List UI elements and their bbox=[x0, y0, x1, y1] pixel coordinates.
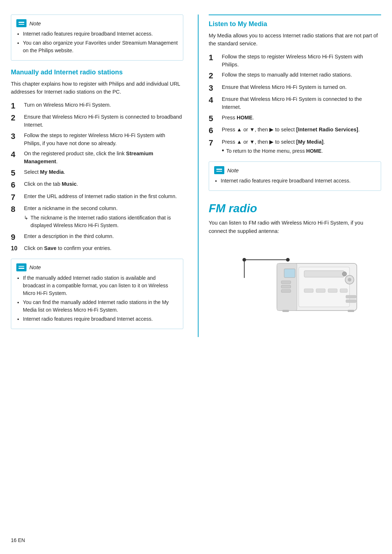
listen-step-content-2: Follow the steps to manually add Interne… bbox=[222, 71, 381, 79]
bottom-note-header: Note bbox=[16, 263, 178, 271]
svg-rect-9 bbox=[281, 290, 291, 292]
step-content-9: Enter a description in the third column. bbox=[24, 233, 183, 241]
list-item: If the manually added Internet radio sta… bbox=[23, 274, 178, 297]
step-content-7: Enter the URL address of Internet radio … bbox=[24, 193, 183, 201]
device-illustration bbox=[226, 242, 364, 318]
fm-title: FM radio bbox=[209, 202, 381, 215]
left-column: Note Internet radio features require bro… bbox=[11, 15, 187, 337]
right-note-box: Note Internet radio features require bro… bbox=[209, 161, 381, 191]
step-content-10: Click on Save to confirm your entries. bbox=[24, 245, 183, 253]
right-divider bbox=[209, 15, 381, 15]
svg-rect-16 bbox=[340, 289, 347, 292]
svg-point-18 bbox=[348, 278, 351, 282]
page-footer: 16 EN bbox=[11, 537, 25, 543]
listen-section: Listen to My Media My Media allows you t… bbox=[209, 15, 381, 191]
step-9: 9 Enter a description in the third colum… bbox=[11, 233, 183, 242]
device-illustration-wrapper bbox=[209, 242, 381, 318]
step-num-9: 9 bbox=[11, 233, 22, 242]
step-num-5: 5 bbox=[11, 168, 22, 178]
step-1: 1 Turn on Wireless Micro Hi-Fi System. bbox=[11, 101, 183, 111]
listen-step-4: 4 Ensure that Wireless Micro Hi-Fi Syste… bbox=[209, 95, 381, 111]
bottom-note-box: Note If the manually added Internet radi… bbox=[11, 259, 183, 329]
step-content-8: Enter a nickname in the second column. ↳… bbox=[24, 205, 183, 230]
step-4: 4 On the registered product site, click … bbox=[11, 150, 183, 166]
note-header: Note bbox=[16, 19, 178, 27]
listen-step-num-1: 1 bbox=[209, 53, 220, 62]
step-num-8: 8 bbox=[11, 205, 22, 214]
svg-point-12 bbox=[342, 272, 347, 276]
arrow-bullet: ↳ bbox=[24, 214, 28, 222]
svg-rect-21 bbox=[282, 310, 289, 312]
svg-rect-11 bbox=[304, 271, 344, 277]
listen-step-6: 6 Press ▲ or ▼, then ▶ to select [Intern… bbox=[209, 126, 381, 135]
top-note-box: Note Internet radio features require bro… bbox=[11, 15, 183, 61]
listen-step-num-4: 4 bbox=[209, 95, 220, 105]
svg-rect-8 bbox=[281, 285, 291, 288]
note-title: Note bbox=[29, 20, 41, 26]
right-note-header: Note bbox=[214, 166, 376, 174]
svg-rect-15 bbox=[328, 289, 337, 292]
listen-step-content-6: Press ▲ or ▼, then ▶ to select [Internet… bbox=[222, 126, 381, 134]
step-num-10: 10 bbox=[11, 245, 22, 253]
page-container: Note Internet radio features require bro… bbox=[0, 0, 392, 352]
listen-steps: 1 Follow the steps to register Wireless … bbox=[209, 53, 381, 156]
list-item: Internet radio features require broadban… bbox=[23, 315, 178, 323]
listen-title: Listen to My Media bbox=[209, 20, 381, 28]
listen-step-content-3: Ensure that Wireless Micro Hi-Fi System … bbox=[222, 83, 381, 91]
listen-step-content-7: Press ▲ or ▼, then ▶ to select [My Media… bbox=[222, 138, 381, 156]
step-content-4: On the registered product site, click th… bbox=[24, 150, 183, 166]
listen-step-7-sub-text: To return to the Home menu, press HOME. bbox=[226, 147, 323, 155]
step-10: 10 Click on Save to confirm your entries… bbox=[11, 245, 183, 253]
fm-intro: You can listen to FM radio with Wireless… bbox=[209, 219, 381, 235]
listen-step-content-4: Ensure that Wireless Micro Hi-Fi System … bbox=[222, 95, 381, 111]
svg-rect-22 bbox=[348, 310, 354, 312]
step-content-6: Click on the tab Music. bbox=[24, 180, 183, 188]
step-8-sub-text: The nickname is the Internet radio stati… bbox=[30, 214, 183, 229]
right-note-icon bbox=[214, 166, 224, 174]
right-note-list: Internet radio features require broadban… bbox=[214, 177, 376, 185]
step-content-1: Turn on Wireless Micro Hi-Fi System. bbox=[24, 101, 183, 109]
listen-step-1: 1 Follow the steps to register Wireless … bbox=[209, 53, 381, 69]
step-7: 7 Enter the URL address of Internet radi… bbox=[11, 193, 183, 202]
svg-rect-19 bbox=[346, 295, 356, 298]
fm-title-normal: FM bbox=[209, 202, 225, 215]
step-content-2: Ensure that Wireless Micro Hi-Fi System … bbox=[24, 113, 183, 129]
right-column: Listen to My Media My Media allows you t… bbox=[198, 15, 381, 337]
listen-step-num-7: 7 bbox=[209, 138, 220, 148]
step-num-7: 7 bbox=[11, 193, 22, 202]
step-num-4: 4 bbox=[11, 150, 22, 159]
step-num-3: 3 bbox=[11, 132, 22, 141]
right-note-title: Note bbox=[227, 167, 239, 173]
listen-step-num-3: 3 bbox=[209, 83, 220, 93]
svg-rect-7 bbox=[281, 281, 291, 284]
note-icon bbox=[16, 19, 26, 27]
bottom-note-list: If the manually added Internet radio sta… bbox=[16, 274, 178, 323]
bottom-note-title: Note bbox=[29, 264, 41, 270]
manually-steps: 1 Turn on Wireless Micro Hi-Fi System. 2… bbox=[11, 101, 183, 253]
listen-step-content-1: Follow the steps to register Wireless Mi… bbox=[222, 53, 381, 69]
list-item: You can also organize your Favorites und… bbox=[23, 39, 178, 54]
listen-step-content-5: Press HOME. bbox=[222, 114, 381, 122]
listen-step-2: 2 Follow the steps to manually add Inter… bbox=[209, 71, 381, 81]
step-num-1: 1 bbox=[11, 101, 22, 111]
listen-step-num-2: 2 bbox=[209, 71, 220, 81]
step-num-2: 2 bbox=[11, 113, 22, 123]
step-content-3: Follow the steps to register Wireless Mi… bbox=[24, 132, 183, 148]
step-content-5: Select My Media. bbox=[24, 168, 183, 176]
step-5: 5 Select My Media. bbox=[11, 168, 183, 178]
manually-title: Manually add Internet radio stations bbox=[11, 69, 183, 76]
svg-rect-6 bbox=[284, 269, 295, 278]
step-8-sub: ↳ The nickname is the Internet radio sta… bbox=[24, 214, 183, 229]
manually-intro: This chapter explains how to register wi… bbox=[11, 80, 183, 96]
step-2: 2 Ensure that Wireless Micro Hi-Fi Syste… bbox=[11, 113, 183, 129]
listen-step-5: 5 Press HOME. bbox=[209, 114, 381, 123]
svg-rect-13 bbox=[304, 289, 313, 292]
svg-point-2 bbox=[242, 258, 246, 262]
bullet-dot: • bbox=[222, 147, 224, 155]
step-6: 6 Click on the tab Music. bbox=[11, 180, 183, 190]
list-item: Internet radio features require broadban… bbox=[221, 177, 376, 185]
listen-step-num-5: 5 bbox=[209, 114, 220, 123]
listen-step-7: 7 Press ▲ or ▼, then ▶ to select [My Med… bbox=[209, 138, 381, 156]
svg-rect-14 bbox=[316, 289, 325, 292]
fm-section: FM radio You can listen to FM radio with… bbox=[209, 202, 381, 318]
